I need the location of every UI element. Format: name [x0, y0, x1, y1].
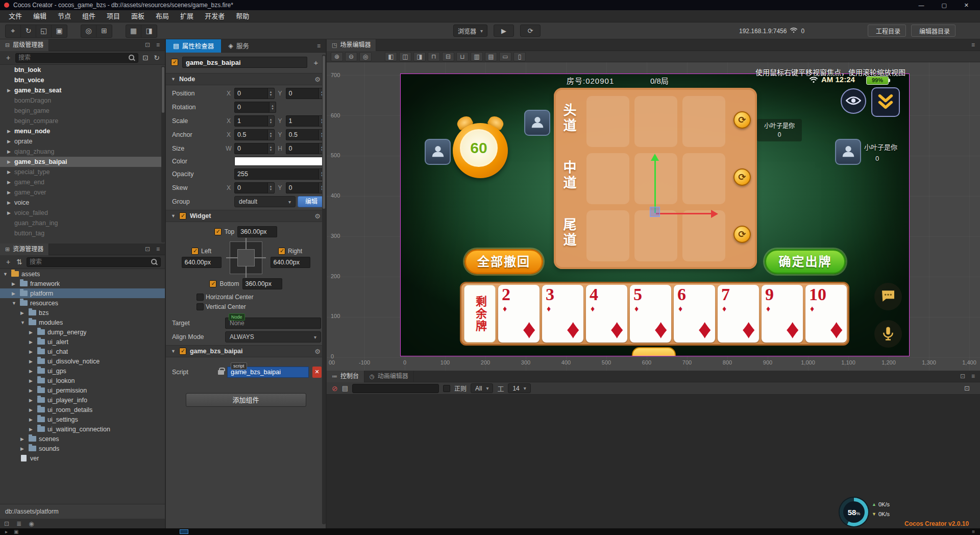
tab-scene[interactable]: ◳ 场景编辑器: [327, 39, 376, 51]
player-avatar[interactable]: [524, 110, 550, 136]
player-avatar[interactable]: [425, 139, 451, 165]
expand-arrow-icon[interactable]: ▶: [7, 139, 14, 144]
expand-arrow-icon[interactable]: ▶: [20, 436, 28, 442]
skew-2-input[interactable]: [286, 183, 319, 193]
asset-item[interactable]: ▼assets: [0, 269, 165, 279]
focused-task-indicator[interactable]: [180, 529, 188, 534]
lane-refresh-button[interactable]: ⟳: [733, 168, 751, 186]
playing-card[interactable]: 2♦♦: [498, 285, 540, 343]
asset-item[interactable]: ▼modules: [0, 318, 165, 327]
menu-item-9[interactable]: 帮助: [230, 10, 255, 22]
hierarchy-item[interactable]: begin_game: [0, 106, 165, 116]
refresh-icon[interactable]: ↻: [153, 54, 161, 62]
scale-1-input[interactable]: [235, 116, 267, 126]
expand-arrow-icon[interactable]: ▶: [29, 407, 36, 412]
close-button[interactable]: ✕: [964, 2, 969, 9]
expand-arrow-icon[interactable]: ▼: [3, 272, 10, 277]
hierarchy-item[interactable]: guan_zhan_ing: [0, 218, 165, 228]
hierarchy-item[interactable]: ▶game_over: [0, 187, 165, 198]
vertical-center-checkbox[interactable]: [197, 303, 204, 310]
asset-item[interactable]: ▶bzs: [0, 308, 165, 318]
hierarchy-item[interactable]: ▶special_type: [0, 167, 165, 177]
playing-card[interactable]: 7♦♦: [718, 285, 759, 343]
menu-item-7[interactable]: 扩展: [175, 10, 199, 22]
asset-item[interactable]: ▶ui_room_details: [0, 405, 165, 415]
align-bottom-icon[interactable]: ⊔: [456, 52, 469, 61]
expand-arrow-icon[interactable]: ▶: [7, 210, 14, 215]
editor-directory-button[interactable]: 编辑器目录: [911, 25, 955, 37]
script-field[interactable]: script game_bzs_baipai: [227, 367, 309, 378]
expand-arrow-icon[interactable]: ▶: [7, 200, 14, 205]
tab-animation-editor[interactable]: ◷ 动画编辑器: [364, 371, 414, 382]
gizmo-center-handle[interactable]: [650, 207, 660, 217]
widget-section-header[interactable]: ▼ Widget ⚙: [166, 210, 326, 222]
opacity-input[interactable]: [235, 169, 318, 179]
zoom-reset-icon[interactable]: ◎: [359, 52, 372, 61]
target-field[interactable]: Node None: [225, 318, 321, 329]
collapse-icon[interactable]: ▼: [171, 349, 176, 354]
collapse-logs-icon[interactable]: ⊡: [964, 384, 970, 392]
top-checkbox[interactable]: [214, 228, 222, 235]
font-size-dropdown[interactable]: 14 ▾: [508, 383, 530, 393]
console-filter-input[interactable]: [352, 384, 439, 393]
lane-refresh-button[interactable]: ⟳: [733, 226, 751, 243]
align-left-icon[interactable]: ◧: [385, 52, 397, 61]
detach-panel-icon[interactable]: ⊡: [960, 373, 965, 380]
pivot-icon[interactable]: ◎: [81, 25, 96, 37]
tab-service[interactable]: ◈ 服务: [221, 39, 256, 53]
collapse-icon[interactable]: ▼: [171, 77, 176, 82]
detach-panel-icon[interactable]: ⊡: [145, 246, 150, 253]
asset-item[interactable]: ▶ui_alert: [0, 337, 165, 347]
create-node-button[interactable]: +: [4, 54, 12, 62]
hierarchy-item[interactable]: ▶qiang_zhuang: [0, 147, 165, 157]
bottom-checkbox[interactable]: [209, 280, 216, 287]
anchor-2-input[interactable]: [286, 130, 319, 140]
expand-arrow-icon[interactable]: ▶: [12, 281, 19, 286]
asset-item[interactable]: ▶ui_chat: [0, 347, 165, 356]
expand-arrow-icon[interactable]: ▶: [7, 88, 14, 93]
hierarchy-item[interactable]: ▶game_bzs_seat: [0, 85, 165, 95]
gear-icon[interactable]: ⚙: [314, 348, 321, 355]
asset-item[interactable]: ▶framework: [0, 279, 165, 288]
rotation-input[interactable]: [235, 102, 269, 112]
stepper[interactable]: ▴▾: [267, 143, 274, 154]
distribute-h-icon[interactable]: ▥: [471, 52, 483, 61]
expand-arrow-icon[interactable]: ▶: [29, 369, 36, 374]
hierarchy-item[interactable]: ▶voice_failed: [0, 208, 165, 218]
expand-all-icon[interactable]: ⊡: [141, 54, 150, 62]
detach-panel-icon[interactable]: ⊡: [145, 41, 150, 48]
hint-button-partial[interactable]: [632, 347, 676, 356]
coordinate-icon[interactable]: ⊞: [96, 25, 112, 37]
expand-arrow-icon[interactable]: ▶: [29, 427, 36, 432]
asset-item[interactable]: ▶dump_energy: [0, 327, 165, 337]
panel-menu-icon[interactable]: ≡: [156, 246, 160, 253]
skew-1-input[interactable]: [235, 183, 267, 193]
menu-item-1[interactable]: 编辑: [28, 10, 52, 22]
play-button[interactable]: ▶: [494, 25, 514, 37]
hierarchy-item[interactable]: ▶voice: [0, 198, 165, 208]
tab-hierarchy[interactable]: ⊟ 层级管理器: [0, 39, 49, 51]
expand-arrow-icon[interactable]: ▶: [20, 310, 28, 315]
project-directory-button[interactable]: 工程目录: [868, 25, 906, 37]
spectate-button[interactable]: [841, 88, 866, 114]
align-right-icon[interactable]: ◨: [413, 52, 426, 61]
terminal-icon[interactable]: ▣: [14, 529, 18, 535]
expand-arrow-icon[interactable]: ▶: [7, 190, 14, 195]
same-height-icon[interactable]: ▯: [513, 52, 526, 61]
panel-menu-icon[interactable]: ≡: [317, 42, 321, 50]
maximize-button[interactable]: ▢: [941, 2, 946, 9]
lane-refresh-button[interactable]: ⟳: [733, 111, 751, 129]
hierarchy-item[interactable]: ▶game_bzs_baipai: [0, 157, 165, 167]
search-icon[interactable]: [128, 54, 135, 61]
player-avatar[interactable]: [835, 139, 861, 165]
script-enabled-checkbox[interactable]: [179, 348, 186, 355]
widget-enabled-checkbox[interactable]: [179, 212, 186, 220]
hierarchy-item[interactable]: btn_voice: [0, 75, 165, 85]
expand-arrow-icon[interactable]: ▶: [29, 398, 36, 403]
expand-arrow-icon[interactable]: ▶: [29, 378, 36, 383]
asset-item[interactable]: ▶ui_lookon: [0, 376, 165, 385]
horizontal-center-checkbox[interactable]: [197, 294, 204, 301]
right-input[interactable]: [271, 257, 310, 268]
rotate-tool-icon[interactable]: ↻: [21, 25, 36, 37]
bottom-input[interactable]: [243, 279, 282, 289]
